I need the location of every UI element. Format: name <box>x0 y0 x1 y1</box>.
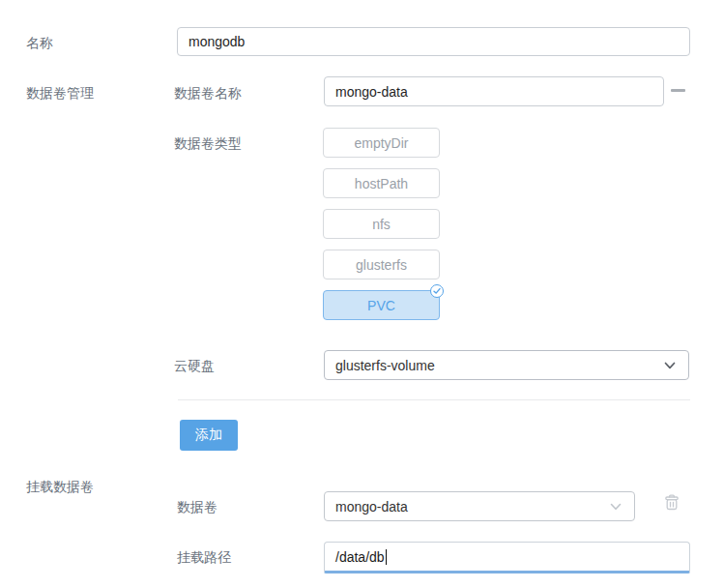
name-label: 名称 <box>26 34 53 51</box>
volume-type-option-nfs[interactable]: nfs <box>323 209 440 239</box>
volume-type-option-label: emptyDir <box>354 135 408 151</box>
trash-icon <box>662 493 681 513</box>
volume-type-option-label: glusterfs <box>356 257 407 273</box>
mount-volume-label: 数据卷 <box>177 498 217 515</box>
add-volume-button[interactable]: 添加 <box>180 420 238 451</box>
mount-volume-select[interactable]: mongo-data <box>324 491 635 521</box>
volume-config-form: { "form": { "name_row": { "label": "名称",… <box>0 0 724 588</box>
volume-type-label: 数据卷类型 <box>174 134 242 152</box>
section-divider <box>178 399 690 400</box>
mount-volume-selected-value: mongo-data <box>335 499 408 514</box>
chevron-down-icon <box>608 499 623 514</box>
mount-path-label: 挂载路径 <box>177 548 231 566</box>
volume-name-label: 数据卷名称 <box>174 84 242 102</box>
cloud-disk-label: 云硬盘 <box>174 357 215 374</box>
volume-name-input[interactable] <box>324 76 664 106</box>
volume-type-option-emptydir[interactable]: emptyDir <box>323 128 440 158</box>
volume-type-option-label: hostPath <box>355 176 408 191</box>
minus-icon <box>671 89 685 92</box>
volume-type-option-glusterfs[interactable]: glusterfs <box>323 250 440 279</box>
check-icon <box>433 287 441 295</box>
cloud-disk-selected-value: glusterfs-volume <box>335 358 435 373</box>
mount-path-input[interactable]: /data/db <box>324 542 690 573</box>
delete-mount-button[interactable] <box>661 492 682 514</box>
volume-type-option-label: nfs <box>372 217 391 232</box>
chevron-down-icon <box>662 358 678 373</box>
volume-management-section-label: 数据卷管理 <box>26 84 94 102</box>
volume-type-option-pvc[interactable]: PVC <box>323 290 440 320</box>
mount-path-value: /data/db <box>335 549 385 565</box>
volume-type-option-label: PVC <box>367 298 395 313</box>
volume-type-option-hostpath[interactable]: hostPath <box>323 168 440 198</box>
selected-type-badge <box>430 284 444 298</box>
cloud-disk-select[interactable]: glusterfs-volume <box>324 350 689 380</box>
remove-volume-button[interactable] <box>671 83 687 98</box>
name-input[interactable] <box>177 27 690 56</box>
mount-volumes-section-label: 挂载数据卷 <box>26 478 94 495</box>
text-caret <box>386 549 388 565</box>
